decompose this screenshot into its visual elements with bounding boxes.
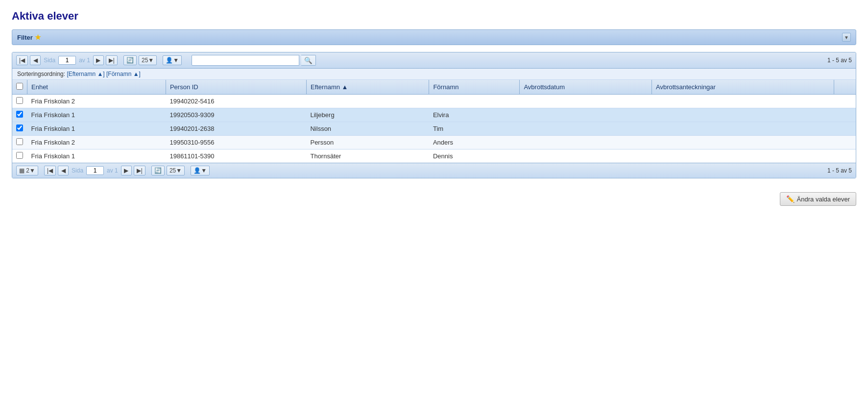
row-checkbox[interactable] [16,124,23,131]
cell-fornamn: Elvira [429,108,520,122]
page-input-top[interactable] [58,56,76,65]
cell-person-id: 19950310-9556 [166,136,306,149]
next-page-button-bottom[interactable]: ▶ [121,166,132,175]
cell-actions [834,108,856,122]
person-menu-button-top[interactable]: 👤▼ [163,55,182,65]
prev-page-button-bottom[interactable]: ◀ [58,166,69,175]
last-page-button[interactable]: ▶| [106,55,118,65]
filter-bar: Filter ★ ▼ [12,29,856,45]
count-label-top: 1 - 5 av 5 [827,57,852,64]
cell-avbrottsdatum [520,95,652,108]
cell-fornamn: Anders [429,136,520,149]
filter-label: Filter ★ [17,33,41,41]
cell-efternamn: Thornsäter [306,149,429,163]
cell-avbrottsanteckningar [652,136,834,149]
sida-label-top: Sida [44,57,55,64]
table-row: Fria Friskolan 119861101-5390ThornsäterD… [12,149,856,163]
row-checkbox[interactable] [16,138,23,145]
sort-prefix: Sorteringsordning: [17,71,65,77]
cell-fornamn: Tim [429,122,520,136]
edit-selected-button[interactable]: ✏️ Ändra valda elever [780,192,856,206]
data-table: Enhet Person ID Efternamn ▲ Förnamn Avbr… [12,80,856,163]
cell-efternamn [306,95,429,108]
cell-actions [834,149,856,163]
cell-person-id: 19940201-2638 [166,122,306,136]
cell-enhet: Fria Friskolan 2 [27,95,166,108]
cell-fornamn [429,95,520,108]
row-checkbox-cell [12,149,27,163]
table-row: Fria Friskolan 219940202-5416 [12,95,856,108]
cell-efternamn: Nilsson [306,122,429,136]
row-checkbox[interactable] [16,111,23,118]
table-row: Fria Friskolan 219950310-9556PerssonAnde… [12,136,856,149]
cell-enhet: Fria Friskolan 2 [27,136,166,149]
row-checkbox-cell [12,95,27,108]
search-button[interactable]: 🔍 [301,55,316,66]
cell-person-id: 19861101-5390 [166,149,306,163]
row-checkbox-cell [12,136,27,149]
header-enhet: Enhet [27,80,166,95]
cell-actions [834,136,856,149]
filter-star-icon: ★ [35,33,41,41]
table-row: Fria Friskolan 119940201-2638NilssonTim [12,122,856,136]
row-checkbox-cell [12,108,27,122]
search-input[interactable] [192,55,299,66]
cell-actions [834,122,856,136]
filter-text: Filter [17,34,33,41]
cell-avbrottsanteckningar [652,95,834,108]
select-all-checkbox[interactable] [16,83,23,90]
filter-dropdown-button[interactable]: ▼ [842,33,851,42]
header-efternamn: Efternamn ▲ [306,80,429,95]
per-page-button-bottom[interactable]: 25▼ [167,166,185,175]
av-label-top: av 1 [79,57,90,64]
cell-avbrottsdatum [520,122,652,136]
header-fornamn: Förnamn [429,80,520,95]
row-checkbox[interactable] [16,97,23,104]
cell-person-id: 19920503-9309 [166,108,306,122]
av-label-bottom: av 1 [107,167,118,174]
cell-enhet: Fria Friskolan 1 [27,122,166,136]
sort-fornamn-link[interactable]: [Förnamn ▲] [106,71,141,77]
first-page-button[interactable]: |◀ [16,55,28,65]
table-header-row: Enhet Person ID Efternamn ▲ Förnamn Avbr… [12,80,856,95]
cell-efternamn: Liljeberg [306,108,429,122]
edit-button-label: Ändra valda elever [797,196,850,203]
header-checkbox-col [12,80,27,95]
cell-avbrottsanteckningar [652,108,834,122]
bottom-toolbar: ▦ 2▼ |◀ ◀ Sida av 1 ▶ ▶| 🔄 25▼ 👤▼ 1 - 5 … [12,163,856,178]
sida-label-bottom: Sida [72,167,83,174]
cell-avbrottsdatum [520,136,652,149]
cell-avbrottsanteckningar [652,149,834,163]
sort-bar: Sorteringsordning: [Efternamn ▲] [Förnam… [12,69,856,80]
header-avbrottsanteckningar: Avbrottsanteckningar [652,80,834,95]
person-menu-button-bottom[interactable]: 👤▼ [191,166,210,175]
cell-actions [834,95,856,108]
page-input-bottom[interactable] [86,166,104,175]
data-table-container: |◀ ◀ Sida av 1 ▶ ▶| 🔄 25▼ 👤▼ 🔍 1 - 5 av … [12,52,856,178]
cell-avbrottsdatum [520,108,652,122]
cell-person-id: 19940202-5416 [166,95,306,108]
row-checkbox-cell [12,122,27,136]
prev-page-button[interactable]: ◀ [30,55,41,65]
cell-fornamn: Dennis [429,149,520,163]
first-page-button-bottom[interactable]: |◀ [44,166,56,175]
grid-view-button[interactable]: ▦ 2▼ [16,166,38,175]
refresh-button-top[interactable]: 🔄 [123,55,137,65]
header-avbrottsdatum: Avbrottsdatum [520,80,652,95]
page-title: Aktiva elever [12,10,856,23]
last-page-button-bottom[interactable]: ▶| [134,166,145,175]
header-person-id: Person ID [166,80,306,95]
next-page-button[interactable]: ▶ [93,55,104,65]
row-checkbox[interactable] [16,152,23,159]
cell-efternamn: Persson [306,136,429,149]
table-row: Fria Friskolan 119920503-9309LiljebergEl… [12,108,856,122]
pencil-icon: ✏️ [786,195,795,203]
per-page-button-top[interactable]: 25▼ [139,55,157,65]
cell-enhet: Fria Friskolan 1 [27,149,166,163]
top-toolbar: |◀ ◀ Sida av 1 ▶ ▶| 🔄 25▼ 👤▼ 🔍 1 - 5 av … [12,52,856,69]
sort-efternamn-link[interactable]: [Efternamn ▲] [67,71,104,77]
refresh-button-bottom[interactable]: 🔄 [151,166,165,175]
count-label-bottom: 1 - 5 av 5 [827,167,852,174]
cell-avbrottsanteckningar [652,122,834,136]
cell-avbrottsdatum [520,149,652,163]
